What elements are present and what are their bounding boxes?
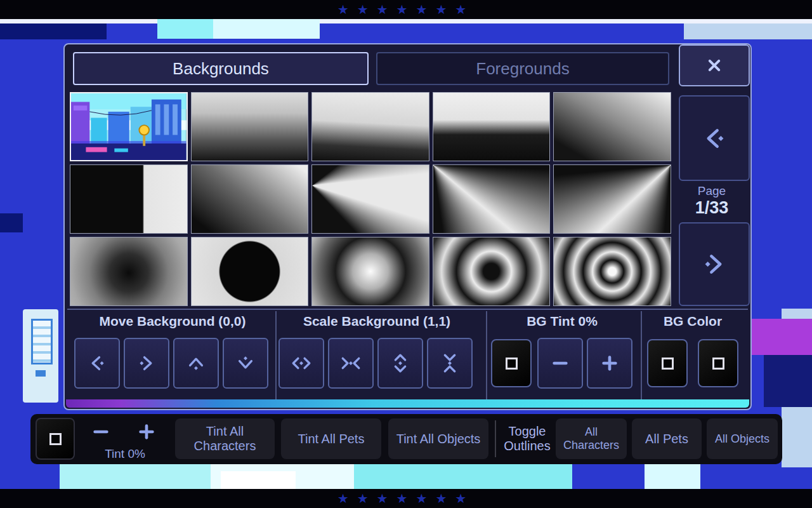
tab-foregrounds[interactable]: Foregrounds [376, 52, 669, 85]
bg-tint-swatch[interactable] [491, 339, 532, 387]
backdrop-shape [684, 23, 812, 39]
thumb-gradient-14[interactable] [553, 237, 671, 306]
contract-vertical-icon [439, 352, 461, 374]
prev-page-button[interactable] [679, 95, 750, 181]
all-pets-button[interactable]: All Pets [632, 418, 702, 459]
tint-all-characters-button[interactable]: Tint All Characters [175, 418, 275, 459]
vending-screen [31, 319, 53, 364]
thumb-gradient-8[interactable] [433, 164, 551, 234]
chevron-left-icon [700, 124, 729, 153]
tint-all-objects-button[interactable]: Tint All Objects [388, 418, 488, 459]
global-tint-swatch[interactable] [36, 418, 75, 460]
backdrop-shape [764, 355, 812, 407]
city-skyline-image [71, 93, 187, 160]
swatch-color-preview [49, 433, 62, 445]
thumb-gradient-4[interactable] [553, 92, 671, 161]
expand-vertical-icon [390, 352, 411, 374]
all-characters-button[interactable]: All Characters [556, 418, 627, 459]
backdrop-shape [0, 23, 107, 39]
bg-color-swatch-1[interactable] [647, 339, 688, 387]
all-objects-button[interactable]: All Objects [707, 418, 778, 459]
thumb-gradient-12[interactable] [311, 237, 429, 306]
scale-shorter-button[interactable] [427, 338, 473, 389]
minus-icon [90, 421, 112, 443]
background-picker-dialog: Backgrounds Foregrounds [63, 43, 752, 410]
arrow-up-icon [185, 352, 207, 374]
plus-icon [136, 421, 157, 443]
bg-tint-minus-button[interactable] [537, 338, 583, 389]
arrow-left-icon [86, 352, 108, 374]
thumb-gradient-13[interactable] [433, 237, 551, 306]
minus-icon [549, 352, 571, 374]
thumb-gradient-2[interactable] [311, 92, 429, 161]
page-number: 1/33 [674, 198, 750, 218]
global-tint-minus-button[interactable] [80, 415, 122, 448]
swatch-color-preview [712, 358, 724, 370]
bg-tint-plus-button[interactable] [587, 338, 632, 389]
backdrop-shape [157, 19, 213, 39]
dialog-footer-gradient [66, 399, 749, 408]
divider [275, 311, 277, 400]
backdrop-shape [0, 213, 23, 232]
backdrop-shape [645, 461, 700, 490]
scale-narrower-button[interactable] [328, 338, 374, 389]
swatch-color-preview [506, 358, 518, 370]
vending-slot [36, 370, 46, 377]
backdrop-shape [221, 471, 296, 490]
divider [495, 420, 496, 457]
arrow-down-icon [235, 352, 256, 374]
global-tint-bar: Tint 0% Tint All Characters Tint All Pet… [30, 414, 782, 464]
bg-color-swatch-2[interactable] [698, 339, 738, 387]
thumb-gradient-11[interactable] [191, 237, 309, 306]
backdrop-shape [0, 19, 812, 23]
thumb-gradient-3[interactable] [433, 92, 551, 161]
toggle-outlines-button[interactable]: Toggle Outlines [500, 420, 554, 457]
vending-machine-decor [23, 309, 58, 403]
backdrop-shape [750, 319, 812, 355]
thumb-gradient-5[interactable] [70, 164, 188, 234]
thumb-gradient-7[interactable] [311, 164, 429, 234]
game-screen: ★★★★★★★ ★★★★★★★ Backgrounds Foregrounds [0, 0, 812, 508]
thumb-city-skyline[interactable] [70, 92, 188, 161]
move-up-button[interactable] [173, 338, 219, 389]
thumb-gradient-6[interactable] [191, 164, 309, 234]
backdrop-shape [60, 461, 211, 490]
top-border: ★★★★★★★ [0, 0, 812, 19]
swatch-color-preview [662, 358, 674, 370]
thumb-gradient-1[interactable] [191, 92, 309, 161]
move-left-button[interactable] [74, 338, 120, 389]
backdrop-shape [354, 461, 572, 490]
contract-horizontal-icon [340, 352, 362, 374]
scale-wider-button[interactable] [278, 338, 324, 389]
bottom-border: ★★★★★★★ [0, 489, 812, 508]
chevron-right-icon [700, 250, 729, 279]
backdrop-shape [213, 19, 320, 39]
thumb-gradient-9[interactable] [553, 164, 671, 234]
scale-taller-button[interactable] [377, 338, 423, 389]
stars-decoration: ★★★★★★★ [337, 0, 475, 19]
global-tint-plus-button[interactable] [126, 415, 167, 448]
plus-icon [599, 352, 620, 374]
bg-color-label: BG Color [642, 314, 743, 329]
move-background-label: Move Background (0,0) [70, 314, 275, 329]
bg-tint-label: BG Tint 0% [486, 314, 638, 329]
move-right-button[interactable] [124, 338, 169, 389]
close-button[interactable] [679, 44, 750, 86]
tint-all-pets-button[interactable]: Tint All Pets [281, 418, 381, 459]
page-word: Page [674, 184, 750, 198]
arrow-right-icon [136, 352, 157, 374]
stars-decoration: ★★★★★★★ [337, 489, 475, 508]
global-tint-label: Tint 0% [80, 447, 170, 461]
scale-background-label: Scale Background (1,1) [278, 314, 476, 329]
page-indicator: Page 1/33 [674, 184, 750, 218]
close-icon [704, 55, 724, 76]
next-page-button[interactable] [679, 222, 750, 306]
background-grid [70, 92, 671, 306]
tab-backgrounds[interactable]: Backgrounds [73, 52, 369, 85]
divider [67, 309, 748, 310]
thumb-gradient-10[interactable] [70, 237, 188, 306]
expand-horizontal-icon [291, 352, 312, 374]
move-down-button[interactable] [223, 338, 268, 389]
